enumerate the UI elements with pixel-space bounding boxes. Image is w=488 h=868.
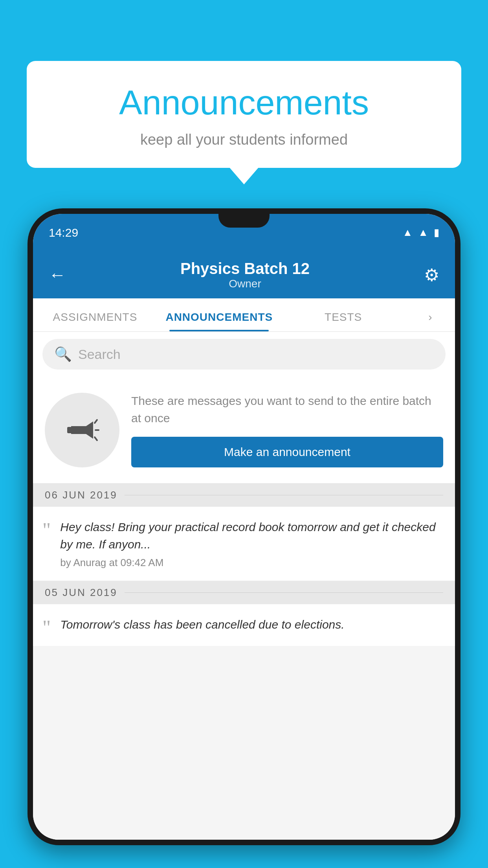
status-bar: 14:29 ▲ ▲ ▮ xyxy=(33,214,455,251)
tab-announcements[interactable]: ANNOUNCEMENTS xyxy=(157,311,281,331)
header-title: Physics Batch 12 xyxy=(180,260,310,278)
announcement-content-1: Hey class! Bring your practical record b… xyxy=(60,519,443,569)
search-icon: 🔍 xyxy=(54,346,72,362)
separator-line xyxy=(125,495,443,495)
quote-icon-1: " xyxy=(42,520,51,541)
search-bar-wrapper: 🔍 Search xyxy=(33,332,455,377)
notch xyxy=(218,214,270,228)
app-header: ← Physics Batch 12 Owner ⚙ xyxy=(33,251,455,298)
svg-marker-0 xyxy=(71,421,93,439)
promo-icon-circle xyxy=(45,393,119,467)
svg-line-4 xyxy=(95,437,97,440)
header-subtitle: Owner xyxy=(180,278,310,290)
svg-rect-1 xyxy=(67,427,72,433)
promo-block: These are messages you want to send to t… xyxy=(33,377,455,484)
search-bar[interactable]: 🔍 Search xyxy=(42,339,446,370)
status-time: 14:29 xyxy=(49,226,78,239)
tab-more[interactable]: › xyxy=(405,311,455,331)
settings-button[interactable]: ⚙ xyxy=(424,265,439,285)
megaphone-icon xyxy=(64,412,100,448)
announcement-content-2: Tomorrow's class has been cancelled due … xyxy=(60,616,443,637)
make-announcement-button[interactable]: Make an announcement xyxy=(131,437,443,467)
bubble-title: Announcements xyxy=(50,83,438,123)
date-separator-1: 06 JUN 2019 xyxy=(33,484,455,507)
speech-bubble: Announcements keep all your students inf… xyxy=(27,61,461,168)
search-placeholder: Search xyxy=(78,347,121,362)
status-icons: ▲ ▲ ▮ xyxy=(403,226,439,239)
announcement-text-2: Tomorrow's class has been cancelled due … xyxy=(60,616,443,633)
promo-right: These are messages you want to send to t… xyxy=(131,392,443,467)
announcement-item-1[interactable]: " Hey class! Bring your practical record… xyxy=(33,507,455,581)
back-button[interactable]: ← xyxy=(49,265,66,285)
promo-description: These are messages you want to send to t… xyxy=(131,392,443,427)
date-1: 06 JUN 2019 xyxy=(45,489,117,501)
announcement-item-2[interactable]: " Tomorrow's class has been cancelled du… xyxy=(33,604,455,646)
date-2: 05 JUN 2019 xyxy=(45,587,117,599)
wifi-icon: ▲ xyxy=(403,226,413,239)
phone-content: 🔍 Search xyxy=(33,332,455,840)
header-center: Physics Batch 12 Owner xyxy=(180,260,310,290)
tabs-bar: ASSIGNMENTS ANNOUNCEMENTS TESTS › xyxy=(33,298,455,332)
date-separator-2: 05 JUN 2019 xyxy=(33,581,455,604)
tab-tests[interactable]: TESTS xyxy=(281,311,405,331)
phone-screen: 14:29 ▲ ▲ ▮ ← Physics Batch 12 Owner ⚙ A… xyxy=(33,214,455,840)
quote-icon-2: " xyxy=(42,618,51,638)
bubble-subtitle: keep all your students informed xyxy=(50,131,438,148)
svg-line-2 xyxy=(95,420,97,423)
phone-frame: 14:29 ▲ ▲ ▮ ← Physics Batch 12 Owner ⚙ A… xyxy=(28,208,460,845)
announcement-meta-1: by Anurag at 09:42 AM xyxy=(60,557,443,569)
speech-bubble-container: Announcements keep all your students inf… xyxy=(27,61,461,168)
tab-assignments[interactable]: ASSIGNMENTS xyxy=(33,311,157,331)
signal-icon: ▲ xyxy=(418,226,428,239)
battery-icon: ▮ xyxy=(434,226,439,239)
phone-wrapper: 14:29 ▲ ▲ ▮ ← Physics Batch 12 Owner ⚙ A… xyxy=(28,208,460,868)
separator-line-2 xyxy=(125,592,443,593)
announcement-text-1: Hey class! Bring your practical record b… xyxy=(60,519,443,553)
